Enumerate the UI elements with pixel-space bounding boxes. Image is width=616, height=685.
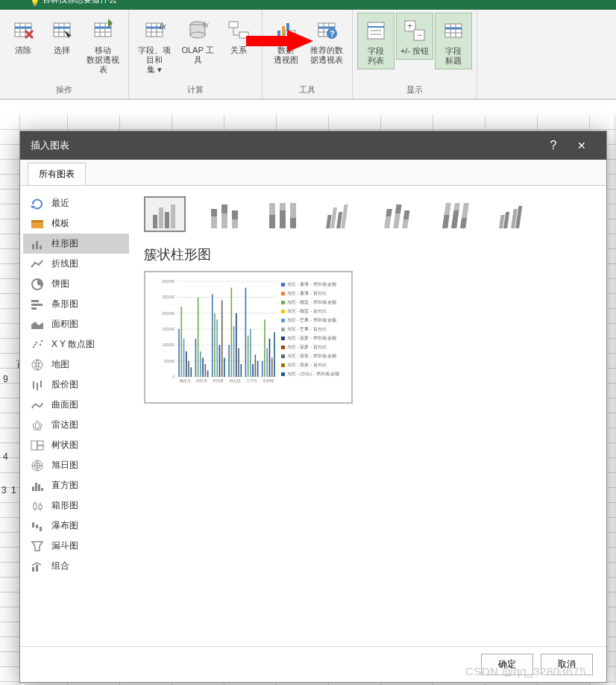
- chart-type-item[interactable]: 雷达图: [23, 415, 129, 435]
- close-button[interactable]: ✕: [568, 140, 596, 151]
- dialog-title-bar[interactable]: 插入图表 ? ✕: [20, 131, 606, 160]
- ribbon-button[interactable]: ?推荐的数据透视表: [306, 13, 348, 68]
- chart-subtype-button[interactable]: [202, 196, 244, 232]
- chart-subtype-button[interactable]: [493, 196, 535, 232]
- chart-type-item[interactable]: 最近: [23, 193, 129, 213]
- combo-chart-icon: [31, 560, 44, 572]
- chart-subtype-title: 簇状柱形图: [144, 245, 594, 263]
- svg-rect-28: [282, 26, 285, 38]
- cell[interactable]: 4: [3, 451, 8, 462]
- pivot-chart-icon: [271, 16, 300, 44]
- olap-icon: fx: [183, 16, 212, 44]
- waterfall-chart-icon: [31, 520, 44, 532]
- chart-type-item[interactable]: 条形图: [23, 294, 129, 314]
- ribbon-button[interactable]: 字段列表: [357, 13, 395, 69]
- cell[interactable]: 3: [1, 485, 7, 495]
- svg-rect-232: [281, 345, 285, 349]
- chart-subtype-button[interactable]: [144, 196, 186, 232]
- svg-text:0: 0: [172, 375, 175, 379]
- svg-rect-174: [216, 319, 218, 377]
- svg-rect-90: [32, 522, 34, 528]
- svg-rect-214: [271, 357, 273, 377]
- svg-rect-182: [228, 345, 230, 377]
- svg-text:李狗蛋: 李狗蛋: [213, 378, 224, 383]
- svg-rect-208: [264, 319, 265, 377]
- chart-type-item[interactable]: 曲面图: [23, 395, 129, 415]
- column-chart-icon: [31, 238, 44, 250]
- ribbon-button[interactable]: 关系: [220, 13, 257, 58]
- ribbon-button[interactable]: fx字段、项目和集 ▾: [133, 13, 175, 78]
- dialog-title-text: 插入图表: [31, 139, 539, 152]
- chart-type-item[interactable]: 地图: [23, 354, 129, 375]
- chart-type-item[interactable]: 柱形图: [23, 234, 129, 254]
- svg-rect-202: [255, 354, 257, 377]
- chart-type-item[interactable]: 箱形图: [23, 495, 129, 516]
- chart-type-item[interactable]: 面积图: [23, 314, 129, 334]
- ribbon-button-label: 推荐的数据透视表: [310, 46, 343, 65]
- ribbon-button-label: +/- 按钮: [400, 46, 429, 56]
- help-button[interactable]: ?: [539, 139, 568, 152]
- chart-type-item[interactable]: 漏斗图: [23, 536, 129, 556]
- ribbon-button[interactable]: 字段标题: [435, 13, 472, 69]
- tab-all-charts[interactable]: 所有图表: [28, 163, 86, 185]
- ribbon-button[interactable]: +−+/- 按钮: [396, 13, 433, 60]
- dialog-tabs: 所有图表: [20, 160, 606, 186]
- svg-rect-109: [280, 210, 286, 228]
- chart-subtype-button[interactable]: [377, 196, 418, 232]
- ribbon-button[interactable]: fxOLAP 工具: [177, 13, 219, 68]
- svg-rect-184: [230, 288, 232, 377]
- chart-type-label: 面积图: [51, 318, 78, 331]
- title-bar: 💡 百林找你想要做什么: [0, 0, 616, 10]
- svg-rect-30: [285, 31, 295, 40]
- stock-chart-icon: [31, 379, 44, 391]
- chart-type-item[interactable]: 树状图: [23, 435, 129, 455]
- chart-subtype-button[interactable]: [318, 196, 360, 232]
- ok-button[interactable]: 确定: [481, 654, 533, 675]
- ribbon-button[interactable]: 选择: [43, 13, 81, 58]
- chart-subtype-button[interactable]: [260, 196, 302, 232]
- svg-rect-129: [503, 212, 509, 228]
- scatter-chart-icon: [31, 339, 44, 351]
- cell[interactable]: 1: [11, 485, 16, 495]
- chart-preview[interactable]: 050000100000150000200000250000300000鞠家凡柯…: [144, 271, 353, 404]
- svg-rect-80: [32, 487, 34, 491]
- chart-type-item[interactable]: 组合: [23, 556, 129, 576]
- svg-rect-120: [402, 219, 409, 228]
- chart-type-item[interactable]: 模板: [23, 213, 129, 234]
- svg-rect-75: [37, 445, 43, 450]
- svg-rect-116: [384, 216, 391, 228]
- recommend-pivot-icon: ?: [312, 16, 341, 44]
- svg-rect-186: [233, 326, 235, 377]
- svg-text:150000: 150000: [162, 327, 175, 331]
- chart-type-item[interactable]: 饼图: [23, 274, 129, 294]
- svg-rect-162: [200, 351, 201, 377]
- chart-subtype-button[interactable]: [435, 196, 477, 232]
- ribbon-button[interactable]: 数据透视图: [267, 13, 304, 68]
- chart-type-item[interactable]: 折线图: [23, 254, 129, 274]
- ribbon-button-label: 数据透视图: [274, 46, 298, 65]
- chart-type-item[interactable]: 旭日图: [23, 455, 129, 475]
- svg-text:东区 - 芒果 - 百分比: 东区 - 芒果 - 百分比: [287, 326, 327, 331]
- svg-rect-224: [281, 310, 285, 313]
- ribbon-group: fx字段、项目和集 ▾fxOLAP 工具关系计算: [129, 10, 263, 98]
- chart-type-item[interactable]: 股价图: [23, 375, 129, 395]
- chart-type-item[interactable]: 直方图: [23, 475, 129, 495]
- ribbon-button[interactable]: 移动数据透视表: [82, 13, 124, 78]
- chart-type-item[interactable]: 瀑布图: [23, 516, 129, 536]
- chart-type-item[interactable]: X Y 散点图: [23, 334, 129, 354]
- svg-rect-196: [248, 336, 249, 377]
- svg-rect-102: [221, 213, 227, 228]
- svg-text:fx: fx: [203, 21, 210, 29]
- chart-type-list: 最近模板柱形图折线图饼图条形图面积图X Y 散点图地图股价图曲面图雷达图树状图旭…: [20, 186, 132, 646]
- svg-rect-127: [460, 218, 467, 228]
- ribbon-button[interactable]: 清除: [4, 13, 42, 58]
- chart-type-label: 雷达图: [51, 419, 78, 431]
- clear-icon: [9, 16, 37, 44]
- chart-type-label: 曲面图: [51, 398, 78, 411]
- svg-rect-27: [277, 31, 280, 38]
- svg-rect-103: [221, 204, 227, 213]
- svg-rect-60: [31, 304, 43, 306]
- svg-rect-119: [395, 204, 402, 213]
- cell[interactable]: 9: [3, 374, 8, 384]
- cancel-button[interactable]: 取消: [541, 654, 593, 675]
